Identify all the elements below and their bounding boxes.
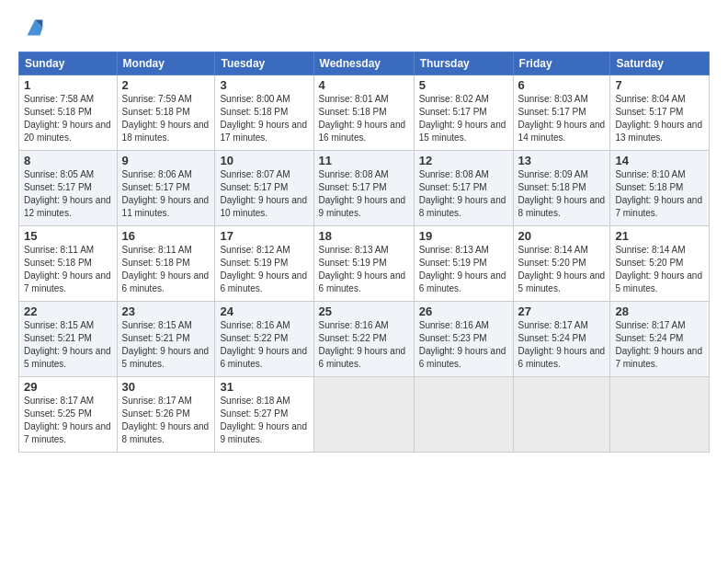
day-info: Sunrise: 8:17 AMSunset: 5:26 PMDaylight:… — [122, 396, 210, 444]
table-row: 12Sunrise: 8:08 AMSunset: 5:17 PMDayligh… — [414, 151, 513, 226]
day-info: Sunrise: 8:14 AMSunset: 5:20 PMDaylight:… — [518, 245, 606, 293]
table-row: 4Sunrise: 8:01 AMSunset: 5:18 PMDaylight… — [313, 75, 414, 151]
table-row: 26Sunrise: 8:16 AMSunset: 5:23 PMDayligh… — [414, 302, 513, 377]
table-row: 3Sunrise: 8:00 AMSunset: 5:18 PMDaylight… — [215, 75, 313, 151]
table-row: 11Sunrise: 8:08 AMSunset: 5:17 PMDayligh… — [313, 151, 414, 226]
calendar-header-row: Sunday Monday Tuesday Wednesday Thursday… — [19, 52, 710, 75]
day-number: 7 — [615, 78, 704, 92]
day-number: 28 — [615, 304, 704, 318]
col-monday: Monday — [117, 52, 215, 75]
table-row — [313, 377, 414, 453]
table-row: 2Sunrise: 7:59 AMSunset: 5:18 PMDaylight… — [117, 75, 215, 151]
day-info: Sunrise: 8:02 AMSunset: 5:17 PMDaylight:… — [419, 94, 506, 143]
day-info: Sunrise: 7:58 AMSunset: 5:18 PMDaylight:… — [24, 94, 111, 143]
table-row: 1Sunrise: 7:58 AMSunset: 5:18 PMDaylight… — [19, 75, 118, 151]
calendar-week-row: 22Sunrise: 8:15 AMSunset: 5:21 PMDayligh… — [19, 302, 710, 377]
col-thursday: Thursday — [414, 52, 513, 75]
table-row: 22Sunrise: 8:15 AMSunset: 5:21 PMDayligh… — [19, 302, 118, 377]
day-number: 4 — [319, 78, 409, 92]
table-row: 15Sunrise: 8:11 AMSunset: 5:18 PMDayligh… — [19, 226, 118, 302]
col-saturday: Saturday — [610, 52, 710, 75]
table-row: 8Sunrise: 8:05 AMSunset: 5:17 PMDaylight… — [19, 151, 118, 226]
day-info: Sunrise: 8:08 AMSunset: 5:17 PMDaylight:… — [319, 169, 406, 218]
day-number: 30 — [122, 380, 210, 394]
day-number: 22 — [24, 304, 112, 318]
table-row: 31Sunrise: 8:18 AMSunset: 5:27 PMDayligh… — [215, 377, 313, 453]
day-number: 6 — [518, 78, 606, 92]
day-info: Sunrise: 8:09 AMSunset: 5:18 PMDaylight:… — [518, 169, 606, 218]
day-number: 1 — [24, 78, 112, 92]
col-sunday: Sunday — [19, 52, 118, 75]
table-row — [414, 377, 513, 453]
day-number: 31 — [220, 380, 308, 394]
day-info: Sunrise: 8:05 AMSunset: 5:17 PMDaylight:… — [24, 169, 111, 218]
day-info: Sunrise: 8:16 AMSunset: 5:22 PMDaylight:… — [319, 320, 406, 369]
header — [18, 15, 710, 40]
table-row: 6Sunrise: 8:03 AMSunset: 5:17 PMDaylight… — [513, 75, 610, 151]
day-number: 26 — [419, 304, 508, 318]
table-row: 7Sunrise: 8:04 AMSunset: 5:17 PMDaylight… — [610, 75, 710, 151]
col-tuesday: Tuesday — [215, 52, 313, 75]
day-number: 27 — [518, 304, 606, 318]
logo — [18, 15, 48, 40]
table-row: 16Sunrise: 8:11 AMSunset: 5:18 PMDayligh… — [117, 226, 215, 302]
table-row: 19Sunrise: 8:13 AMSunset: 5:19 PMDayligh… — [414, 226, 513, 302]
day-number: 12 — [419, 154, 508, 167]
day-number: 10 — [220, 154, 308, 167]
table-row: 13Sunrise: 8:09 AMSunset: 5:18 PMDayligh… — [513, 151, 610, 226]
table-row: 10Sunrise: 8:07 AMSunset: 5:17 PMDayligh… — [215, 151, 313, 226]
day-info: Sunrise: 8:06 AMSunset: 5:17 PMDaylight:… — [122, 169, 210, 218]
day-info: Sunrise: 8:11 AMSunset: 5:18 PMDaylight:… — [24, 245, 111, 293]
day-number: 19 — [419, 229, 508, 243]
day-number: 9 — [122, 154, 210, 167]
day-number: 5 — [419, 78, 508, 92]
day-info: Sunrise: 8:00 AMSunset: 5:18 PMDaylight:… — [220, 94, 307, 143]
day-info: Sunrise: 8:01 AMSunset: 5:18 PMDaylight:… — [319, 94, 406, 143]
day-info: Sunrise: 8:03 AMSunset: 5:17 PMDaylight:… — [518, 94, 606, 143]
day-info: Sunrise: 8:17 AMSunset: 5:24 PMDaylight:… — [518, 320, 606, 369]
day-info: Sunrise: 8:18 AMSunset: 5:27 PMDaylight:… — [220, 396, 307, 444]
table-row: 17Sunrise: 8:12 AMSunset: 5:19 PMDayligh… — [215, 226, 313, 302]
day-number: 8 — [24, 154, 112, 167]
day-info: Sunrise: 8:16 AMSunset: 5:22 PMDaylight:… — [220, 320, 307, 369]
day-number: 15 — [24, 229, 112, 243]
day-info: Sunrise: 8:16 AMSunset: 5:23 PMDaylight:… — [419, 320, 506, 369]
day-info: Sunrise: 8:07 AMSunset: 5:17 PMDaylight:… — [220, 169, 307, 218]
day-number: 21 — [615, 229, 704, 243]
table-row: 5Sunrise: 8:02 AMSunset: 5:17 PMDaylight… — [414, 75, 513, 151]
day-number: 16 — [122, 229, 210, 243]
calendar-week-row: 29Sunrise: 8:17 AMSunset: 5:25 PMDayligh… — [19, 377, 710, 453]
day-number: 3 — [220, 78, 308, 92]
day-number: 11 — [319, 154, 409, 167]
day-number: 20 — [518, 229, 606, 243]
day-info: Sunrise: 8:17 AMSunset: 5:25 PMDaylight:… — [24, 396, 111, 444]
table-row: 21Sunrise: 8:14 AMSunset: 5:20 PMDayligh… — [610, 226, 710, 302]
logo-icon — [22, 15, 48, 40]
day-number: 23 — [122, 304, 210, 318]
table-row — [513, 377, 610, 453]
day-info: Sunrise: 8:15 AMSunset: 5:21 PMDaylight:… — [122, 320, 210, 369]
day-number: 2 — [122, 78, 210, 92]
table-row: 20Sunrise: 8:14 AMSunset: 5:20 PMDayligh… — [513, 226, 610, 302]
day-info: Sunrise: 8:14 AMSunset: 5:20 PMDaylight:… — [615, 245, 702, 293]
day-number: 13 — [518, 154, 606, 167]
calendar-table: Sunday Monday Tuesday Wednesday Thursday… — [18, 52, 710, 453]
table-row — [610, 377, 710, 453]
table-row: 9Sunrise: 8:06 AMSunset: 5:17 PMDaylight… — [117, 151, 215, 226]
day-info: Sunrise: 8:11 AMSunset: 5:18 PMDaylight:… — [122, 245, 210, 293]
day-number: 18 — [319, 229, 409, 243]
table-row: 30Sunrise: 8:17 AMSunset: 5:26 PMDayligh… — [117, 377, 215, 453]
day-info: Sunrise: 8:13 AMSunset: 5:19 PMDaylight:… — [319, 245, 406, 293]
day-number: 24 — [220, 304, 308, 318]
table-row: 24Sunrise: 8:16 AMSunset: 5:22 PMDayligh… — [215, 302, 313, 377]
day-number: 25 — [319, 304, 409, 318]
day-number: 14 — [615, 154, 704, 167]
day-info: Sunrise: 8:13 AMSunset: 5:19 PMDaylight:… — [419, 245, 506, 293]
table-row: 29Sunrise: 8:17 AMSunset: 5:25 PMDayligh… — [19, 377, 118, 453]
day-info: Sunrise: 8:15 AMSunset: 5:21 PMDaylight:… — [24, 320, 111, 369]
table-row: 25Sunrise: 8:16 AMSunset: 5:22 PMDayligh… — [313, 302, 414, 377]
table-row: 28Sunrise: 8:17 AMSunset: 5:24 PMDayligh… — [610, 302, 710, 377]
table-row: 27Sunrise: 8:17 AMSunset: 5:24 PMDayligh… — [513, 302, 610, 377]
page: Sunday Monday Tuesday Wednesday Thursday… — [0, 0, 728, 563]
day-info: Sunrise: 8:10 AMSunset: 5:18 PMDaylight:… — [615, 169, 702, 218]
